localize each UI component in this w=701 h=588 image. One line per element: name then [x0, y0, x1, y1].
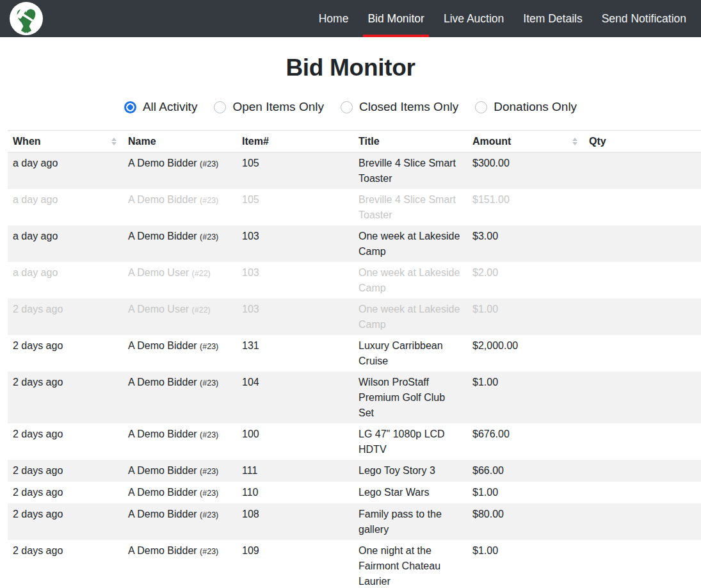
sort-icon[interactable]: [111, 138, 117, 145]
bidder-number: (#23): [200, 342, 218, 351]
cell-item-number: 111: [237, 460, 353, 482]
bidder-name: A Demo Bidder: [128, 545, 197, 556]
table-row: 2 days agoA Demo Bidder (#23)131Luxury C…: [8, 335, 701, 372]
sort-icon[interactable]: [572, 138, 577, 145]
navbar: HomeBid MonitorLive AuctionItem DetailsS…: [0, 0, 701, 37]
bidder-name: A Demo User: [128, 304, 189, 314]
table-row: a day agoA Demo Bidder (#23)103One week …: [8, 225, 701, 262]
column-header-item: Item#: [237, 131, 353, 152]
cell-qty: [584, 460, 701, 482]
filter-closed-items-only[interactable]: Closed Items Only: [341, 100, 458, 114]
table-row: 2 days agoA Demo Bidder (#23)108Family p…: [8, 503, 701, 540]
cell-when: 2 days ago: [8, 460, 123, 482]
radio-unselected-icon[interactable]: [214, 101, 226, 113]
cell-when: 2 days ago: [8, 372, 123, 423]
nav-item-bid-monitor[interactable]: Bid Monitor: [363, 0, 429, 37]
cell-amount: $1.00: [467, 482, 584, 503]
cell-amount: $1.00: [467, 540, 584, 588]
cell-title: Family pass to the gallery: [353, 503, 467, 540]
bidder-name: A Demo Bidder: [128, 231, 197, 241]
cell-qty: [584, 225, 701, 262]
cell-item-number: 108: [237, 503, 353, 540]
cell-item-number: 103: [237, 225, 353, 262]
cell-name: A Demo Bidder (#23): [123, 460, 237, 482]
cell-qty: [584, 482, 701, 503]
cell-qty: [584, 423, 701, 460]
cell-item-number: 131: [237, 335, 353, 372]
brand-logo[interactable]: [10, 2, 43, 35]
bidder-name: A Demo Bidder: [128, 465, 197, 476]
bidder-number: (#23): [200, 159, 218, 168]
nav-item-item-details[interactable]: Item Details: [519, 0, 586, 37]
cell-amount: $3.00: [467, 225, 584, 262]
table-row: a day agoA Demo Bidder (#23)105Breville …: [8, 152, 701, 190]
bidder-name: A Demo Bidder: [128, 340, 197, 351]
cell-name: A Demo Bidder (#23): [123, 423, 237, 460]
cell-amount: $1.00: [467, 372, 584, 423]
nav-item-home[interactable]: Home: [314, 0, 353, 37]
cell-when: a day ago: [8, 189, 123, 225]
filter-donations-only[interactable]: Donations Only: [475, 100, 577, 114]
cell-when: 2 days ago: [8, 335, 123, 372]
cell-amount: $151.00: [467, 189, 584, 225]
cell-amount: $1.00: [467, 298, 584, 335]
cell-item-number: 109: [237, 540, 353, 588]
table-row: 2 days agoA Demo Bidder (#23)111Lego Toy…: [8, 460, 701, 482]
nav-links: HomeBid MonitorLive AuctionItem DetailsS…: [309, 0, 701, 37]
bidder-name: A Demo User: [128, 267, 189, 278]
cell-name: A Demo Bidder (#23): [123, 189, 237, 225]
column-header-title: Title: [353, 131, 467, 152]
column-header-when[interactable]: When: [8, 131, 123, 152]
cell-item-number: 105: [237, 189, 353, 225]
page-title: Bid Monitor: [0, 54, 701, 81]
cell-qty: [584, 262, 701, 298]
bidder-number: (#23): [200, 379, 218, 388]
bidder-name: A Demo Bidder: [128, 509, 197, 519]
cell-name: A Demo Bidder (#23): [123, 152, 237, 190]
cell-name: A Demo Bidder (#23): [123, 540, 237, 588]
bid-table-body: a day agoA Demo Bidder (#23)105Breville …: [8, 152, 701, 588]
cell-name: A Demo Bidder (#23): [123, 225, 237, 262]
bidder-number: (#23): [200, 510, 218, 519]
bidder-number: (#22): [192, 269, 211, 278]
cell-when: 2 days ago: [8, 482, 123, 503]
column-label: Amount: [472, 134, 511, 149]
column-label: Name: [128, 134, 156, 149]
cell-title: Luxury Carribbean Cruise: [353, 335, 467, 372]
cell-name: A Demo Bidder (#23): [123, 335, 237, 372]
column-label: Item#: [242, 134, 269, 149]
bidder-number: (#23): [200, 196, 218, 205]
table-row: a day agoA Demo Bidder (#23)105Breville …: [8, 189, 701, 225]
filter-open-items-only[interactable]: Open Items Only: [214, 100, 324, 114]
nav-item-live-auction[interactable]: Live Auction: [439, 0, 508, 37]
bidder-number: (#22): [192, 306, 211, 314]
cell-qty: [584, 335, 701, 372]
cell-name: A Demo User (#22): [123, 262, 237, 298]
cell-title: Lego Star Wars: [353, 482, 467, 503]
cell-title: Wilson ProStaff Premium Golf Club Set: [353, 372, 467, 423]
cell-when: a day ago: [8, 225, 123, 262]
cell-title: Breville 4 Slice Smart Toaster: [353, 152, 467, 190]
column-label: Qty: [589, 134, 606, 149]
column-header-amount[interactable]: Amount: [467, 131, 584, 152]
radio-selected-icon[interactable]: [124, 101, 136, 113]
cell-qty: [584, 503, 701, 540]
cell-amount: $2.00: [467, 262, 584, 298]
cell-title: One night at the Fairmont Chateau Laurie…: [353, 540, 467, 588]
filter-all-activity[interactable]: All Activity: [124, 100, 198, 114]
bid-table-container: WhenNameItem#TitleAmountQty a day agoA D…: [8, 130, 701, 588]
column-label: Title: [359, 134, 380, 149]
nav-item-send-notification[interactable]: Send Notification: [597, 0, 691, 37]
bidder-number: (#23): [200, 467, 218, 476]
radio-unselected-icon[interactable]: [341, 101, 353, 113]
cell-when: a day ago: [8, 152, 123, 190]
column-label: When: [13, 134, 41, 149]
filter-label: Closed Items Only: [359, 100, 458, 114]
bidder-number: (#23): [200, 489, 218, 498]
cell-title: LG 47" 1080p LCD HDTV: [353, 423, 467, 460]
radio-unselected-icon[interactable]: [475, 101, 487, 113]
filter-label: Open Items Only: [232, 100, 324, 114]
cell-item-number: 100: [237, 423, 353, 460]
cell-qty: [584, 152, 701, 190]
cell-qty: [584, 298, 701, 335]
